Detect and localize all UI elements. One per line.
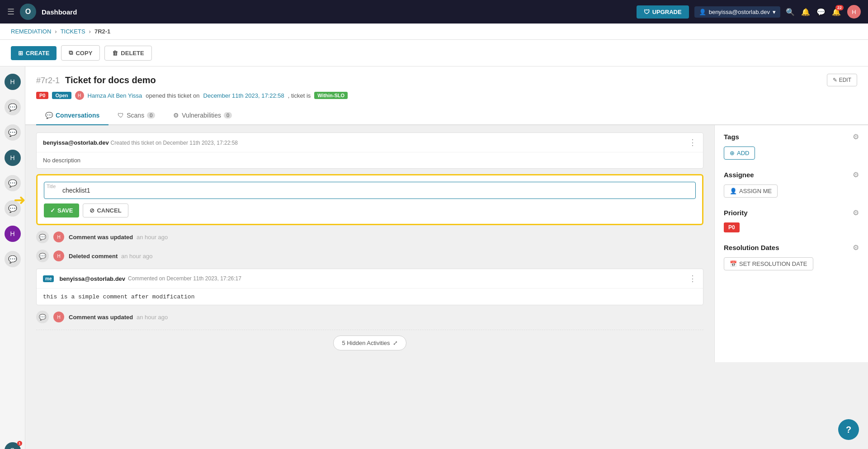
sidebar-icon-comment3[interactable]: 💬 bbox=[5, 175, 21, 191]
user-avatar[interactable]: H bbox=[847, 5, 861, 19]
content-area: #7r2-1 Ticket for docs demo ✎ EDIT P0 Op… bbox=[25, 66, 868, 449]
set-resolution-date-button[interactable]: 📅 SET RESOLUTION DATE bbox=[724, 257, 813, 270]
hidden-activities-button[interactable]: 5 Hidden Activities ⤢ bbox=[333, 336, 406, 350]
divider bbox=[36, 330, 703, 330]
breadcrumb: REMEDIATION › TICKETS › 7R2-1 bbox=[0, 24, 868, 40]
search-icon[interactable]: 🔍 bbox=[786, 8, 795, 16]
hidden-label: 5 Hidden Activities bbox=[342, 340, 390, 346]
assignee-gear-icon[interactable]: ⚙ bbox=[853, 170, 859, 179]
help-button[interactable]: ? bbox=[838, 419, 859, 440]
bell-icon[interactable]: 🔔 bbox=[801, 8, 810, 16]
sidebar-icon-comment2[interactable]: 💬 bbox=[5, 124, 21, 141]
menu-icon[interactable]: ☰ bbox=[7, 7, 14, 17]
conversations-icon: 💬 bbox=[45, 112, 53, 119]
notification-badge: 22 bbox=[835, 5, 844, 10]
assignee-title: Assignee bbox=[724, 171, 754, 179]
breadcrumb-sep-1: › bbox=[55, 28, 57, 35]
p0-tag: P0 bbox=[36, 92, 48, 99]
sidebar-icon-comment5[interactable]: 💬 bbox=[5, 251, 21, 267]
resolution-dates-gear-icon[interactable]: ⚙ bbox=[853, 243, 859, 252]
priority-header: Priority ⚙ bbox=[724, 208, 859, 217]
conversations-area: benyissa@ostorlab.dev Created this ticke… bbox=[25, 125, 714, 362]
comment-body-first: No description bbox=[37, 152, 703, 168]
create-label: CREATE bbox=[26, 50, 49, 57]
tab-vulnerabilities[interactable]: ⚙ Vulnerabilities 0 bbox=[164, 106, 241, 125]
priority-section: Priority ⚙ P0 bbox=[724, 208, 859, 232]
comment-code: this is a simple comment after modificat… bbox=[43, 293, 194, 300]
upgrade-button[interactable]: 🛡 UPGRADE bbox=[637, 5, 689, 19]
edit-actions: ✓ SAVE ⊘ CANCEL bbox=[44, 203, 696, 217]
ticket-author[interactable]: Hamza Ait Ben Yissa bbox=[88, 92, 142, 99]
copy-button[interactable]: ⧉ COPY bbox=[61, 45, 100, 61]
activity-icon-2: 💬 bbox=[36, 250, 49, 262]
chevron-down-icon: ▾ bbox=[773, 9, 776, 15]
comment-body-second: this is a simple comment after modificat… bbox=[37, 288, 703, 305]
breadcrumb-tickets[interactable]: TICKETS bbox=[61, 28, 85, 35]
left-sidebar: H 💬 💬 H 💬 💬 H 💬 O 1 bbox=[0, 66, 25, 449]
tags-header: Tags ⚙ bbox=[724, 132, 859, 141]
cancel-button[interactable]: ⊘ CANCEL bbox=[83, 203, 128, 217]
add-tag-button[interactable]: ⊕ ADD bbox=[724, 147, 755, 160]
sidebar-avatar-top[interactable]: H bbox=[5, 74, 21, 90]
activity-time-final: an hour ago bbox=[137, 314, 168, 321]
activity-time-1: an hour ago bbox=[137, 234, 168, 241]
create-button[interactable]: ⊞ CREATE bbox=[11, 46, 57, 60]
activity-icon-final: 💬 bbox=[36, 311, 49, 323]
activity-user-2: H bbox=[53, 250, 64, 261]
slo-tag: Within-SLO bbox=[314, 92, 348, 99]
breadcrumb-sep-2: › bbox=[89, 28, 91, 35]
edit-button[interactable]: ✎ EDIT bbox=[827, 74, 857, 86]
notification-icon[interactable]: 🔔 22 bbox=[832, 8, 841, 16]
save-button[interactable]: ✓ SAVE bbox=[44, 203, 79, 217]
calendar-icon: 📅 bbox=[730, 260, 737, 267]
sidebar-bottom-logo[interactable]: O 1 bbox=[5, 442, 21, 449]
tabs-bar: 💬 Conversations 🛡 Scans 0 ⚙ Vulnerabilit… bbox=[25, 106, 868, 125]
shield-icon: 🛡 bbox=[644, 9, 650, 15]
dashboard-title: Dashboard bbox=[42, 8, 77, 16]
comment-meta-second: Commented on December 11th 2023, 17:26:1… bbox=[128, 275, 241, 282]
ticket-header: #7r2-1 Ticket for docs demo ✎ EDIT P0 Op… bbox=[25, 66, 868, 106]
sidebar-avatar-mid[interactable]: H bbox=[5, 150, 21, 166]
breadcrumb-remediation[interactable]: REMEDIATION bbox=[11, 28, 51, 35]
toolbar: ⊞ CREATE ⧉ COPY 🗑 DELETE bbox=[0, 40, 868, 66]
sidebar-icon-comment[interactable]: 💬 bbox=[5, 99, 21, 115]
ticket-date: December 11th 2023, 17:22:58 bbox=[203, 92, 284, 99]
tab-scans[interactable]: 🛡 Scans 0 bbox=[108, 106, 164, 125]
tags-gear-icon[interactable]: ⚙ bbox=[853, 132, 859, 141]
priority-gear-icon[interactable]: ⚙ bbox=[853, 208, 859, 217]
app-logo: O bbox=[20, 4, 36, 20]
activity-text-final: Comment was updated bbox=[69, 314, 133, 321]
ticket-is-text: , ticket is bbox=[288, 92, 311, 99]
delete-button[interactable]: 🗑 DELETE bbox=[104, 46, 151, 61]
activity-user-1: H bbox=[53, 232, 64, 242]
copy-label: COPY bbox=[75, 50, 92, 57]
user-avatar-meta: H bbox=[75, 91, 84, 100]
ticket-title: Ticket for docs demo bbox=[65, 75, 156, 85]
edit-title-input[interactable] bbox=[44, 182, 696, 199]
comment-card-first: benyissa@ostorlab.dev Created this ticke… bbox=[36, 132, 703, 169]
activity-item-final: 💬 H Comment was updated an hour ago bbox=[36, 311, 703, 323]
user-menu[interactable]: 👤 benyissa@ostorlab.dev ▾ bbox=[694, 6, 780, 18]
assign-me-button[interactable]: 👤 ASSIGN ME bbox=[724, 184, 778, 198]
comment-header-second: me benyissa@ostorlab.dev Commented on De… bbox=[37, 269, 703, 288]
tab-conversations[interactable]: 💬 Conversations bbox=[36, 106, 108, 125]
ticket-id: #7r2-1 bbox=[36, 76, 60, 85]
delete-label: DELETE bbox=[121, 50, 144, 57]
comment-user-first: benyissa@ostorlab.dev bbox=[43, 139, 109, 146]
resolution-dates-section: Resolution Dates ⚙ 📅 SET RESOLUTION DATE bbox=[724, 243, 859, 270]
activity-time-2: an hour ago bbox=[121, 253, 152, 260]
comment-menu-second[interactable]: ⋮ bbox=[689, 274, 697, 284]
nav-icons: 🔍 🔔 💬 🔔 22 H bbox=[786, 5, 861, 19]
sidebar-avatar-mid2[interactable]: H bbox=[5, 226, 21, 242]
activity-text-2: Deleted comment bbox=[69, 253, 118, 260]
vulnerabilities-icon: ⚙ bbox=[173, 112, 179, 119]
open-tag: Open bbox=[52, 92, 71, 99]
expand-icon: ⤢ bbox=[393, 340, 398, 346]
cancel-icon: ⊘ bbox=[90, 207, 94, 214]
two-col-layout: benyissa@ostorlab.dev Created this ticke… bbox=[25, 125, 868, 362]
priority-title: Priority bbox=[724, 209, 748, 217]
message-icon[interactable]: 💬 bbox=[816, 8, 826, 16]
comment-menu-first[interactable]: ⋮ bbox=[689, 137, 697, 147]
comment-card-second: me benyissa@ostorlab.dev Commented on De… bbox=[36, 269, 703, 305]
scans-badge: 0 bbox=[147, 112, 155, 118]
